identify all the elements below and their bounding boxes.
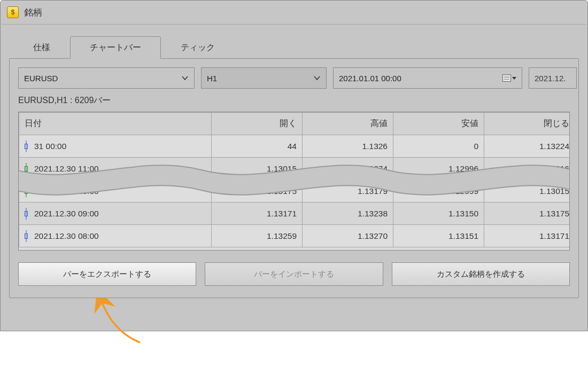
bars-table-wrap: 日付 開く 高値 安値 閉じる 31 00:00441.132601.13224… (18, 112, 570, 251)
col-open[interactable]: 開く (212, 113, 303, 135)
cell-low: 0 (393, 135, 484, 158)
import-bars-button[interactable]: バーをインポートする (205, 262, 383, 286)
button-row: バーをエクスポートする バーをインポートする カスタム銘柄を作成する (18, 262, 570, 286)
col-high[interactable]: 高値 (303, 113, 393, 135)
cell-date: 2021.12.30 11:00 (19, 158, 212, 180)
cell-close: 1.13171 (484, 225, 570, 247)
cell-low: 1.13151 (393, 225, 484, 247)
table-header-row: 日付 開く 高値 安値 閉じる (19, 113, 570, 135)
table-row[interactable]: 2021.12.30 10:001.131751.131791.129991.1… (19, 180, 570, 202)
cell-date: 2021.12.30 10:00 (19, 180, 212, 202)
col-close[interactable]: 閉じる (484, 113, 570, 135)
candle-icon (24, 142, 29, 151)
cell-high: 1.13074 (303, 158, 393, 180)
table-row[interactable]: 31 00:00441.132601.13224 (19, 135, 570, 158)
content-area: 仕様 チャートバー ティック EURUSD H1 (1, 25, 587, 307)
cell-high: 1.1326 (303, 135, 393, 158)
date-from-input[interactable]: 2021.01.01 00:00 (333, 67, 522, 89)
symbols-window: $ 銘柄 仕様 チャートバー ティック EURUSD H1 (0, 0, 588, 331)
table-row[interactable]: 2021.12.30 11:001.130151.130741.129961.1… (19, 158, 570, 180)
cell-low: 1.12999 (393, 180, 484, 202)
cell-date: 31 00:00 (19, 135, 212, 158)
cell-close: 1.13224 (484, 135, 570, 158)
cell-open: 44 (212, 135, 303, 158)
bars-table: 日付 開く 高値 安値 閉じる 31 00:00441.132601.13224… (19, 112, 570, 247)
chevron-down-icon (181, 74, 189, 82)
symbol-value: EURUSD (24, 74, 58, 83)
date-from-value: 2021.01.01 00:00 (339, 74, 401, 83)
cell-open: 1.13171 (212, 202, 303, 225)
candle-icon (24, 209, 29, 218)
chevron-down-icon (313, 74, 321, 82)
timeframe-select[interactable]: H1 (201, 67, 327, 89)
symbol-select[interactable]: EURUSD (18, 67, 195, 89)
cell-high: 1.13238 (303, 202, 393, 225)
create-custom-symbol-button[interactable]: カスタム銘柄を作成する (392, 262, 570, 286)
cell-date: 2021.12.30 09:00 (19, 202, 212, 225)
date-to-value: 2021.12. (535, 74, 566, 83)
symbols-window-icon: $ (7, 6, 19, 18)
col-low[interactable]: 安値 (393, 113, 484, 135)
candle-icon (24, 187, 29, 196)
tab-tick[interactable]: ティック (161, 36, 235, 59)
candle-icon (24, 232, 29, 240)
table-row[interactable]: 2021.12.30 08:001.132591.132701.131511.1… (19, 225, 570, 247)
cell-open: 1.13175 (212, 180, 303, 202)
cell-low: 1.12996 (393, 158, 484, 180)
filters-row: EURUSD H1 2021.01.01 00:00 (18, 67, 570, 89)
cell-high: 1.13270 (303, 225, 393, 247)
tab-panel: EURUSD H1 2021.01.01 00:00 (9, 58, 579, 298)
bar-count-status: EURUSD,H1 : 6209バー (18, 95, 570, 106)
window-title: 銘柄 (24, 6, 42, 19)
cell-close: 1.13016 (484, 158, 570, 180)
col-date[interactable]: 日付 (19, 113, 212, 135)
cell-close: 1.13015 (484, 180, 570, 202)
cell-high: 1.13179 (303, 180, 393, 202)
date-to-input[interactable]: 2021.12. (529, 67, 577, 89)
candle-icon (24, 165, 29, 173)
cell-date: 2021.12.30 08:00 (19, 225, 212, 247)
tab-chartbar[interactable]: チャートバー (70, 36, 161, 59)
tabs: 仕様 チャートバー ティック (13, 36, 579, 59)
calendar-dropdown-icon[interactable] (502, 74, 516, 82)
titlebar: $ 銘柄 (1, 1, 587, 24)
export-bars-button[interactable]: バーをエクスポートする (18, 262, 196, 286)
table-row[interactable]: 2021.12.30 09:001.131711.132381.131501.1… (19, 202, 570, 225)
cell-low: 1.13150 (393, 202, 484, 225)
cell-close: 1.13175 (484, 202, 570, 225)
tab-spec[interactable]: 仕様 (13, 36, 70, 59)
cell-open: 1.13015 (212, 158, 303, 180)
timeframe-value: H1 (207, 74, 217, 83)
cell-open: 1.13259 (212, 225, 303, 247)
